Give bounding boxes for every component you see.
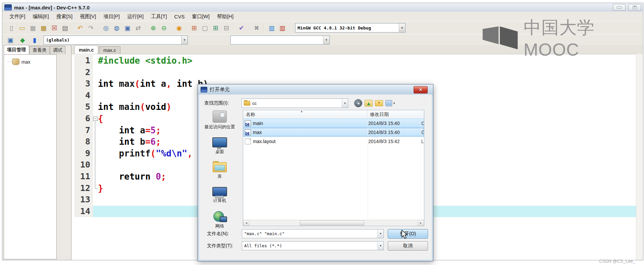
replace-icon[interactable]: ◍ [111, 23, 122, 33]
filename-value: "max.c" "main.c" [242, 231, 377, 236]
print-icon[interactable]: ▤ [60, 23, 70, 33]
code-text: #include <stdio.h> [98, 55, 193, 67]
column-header-name[interactable]: 名称 ▲ [243, 110, 367, 119]
delete-profiling-icon[interactable]: ▥ [277, 23, 288, 33]
jump-back-icon[interactable]: ▣ [5, 35, 16, 45]
minimize-button[interactable] [613, 4, 626, 11]
filename-label: 文件名(N): [207, 231, 229, 237]
file-date: 2014/8/3 15:40 [368, 130, 421, 135]
menu-tools[interactable]: 工具[T] [147, 12, 171, 21]
place-recent-places[interactable]: 最近访问的位置 [205, 111, 235, 130]
views-button[interactable]: ▼ [385, 100, 395, 106]
goto-line-icon[interactable]: ▣ [122, 23, 133, 33]
new-folder-icon[interactable]: * [375, 100, 383, 106]
redo-icon[interactable]: ↷ [86, 23, 96, 33]
profile-analysis-icon[interactable]: ▥ [266, 23, 277, 33]
menu-search[interactable]: 搜索[S] [53, 12, 76, 21]
chevron-down-icon[interactable]: ▼ [377, 242, 383, 250]
menu-window[interactable]: 窗口[W] [188, 12, 213, 21]
back-nav-icon[interactable]: ◄ [354, 99, 362, 107]
place-label: 桌面 [215, 149, 224, 155]
menu-file[interactable]: 文件[F] [6, 12, 29, 21]
goto-definition-icon[interactable]: ◆ [17, 35, 28, 45]
panel-tab-project[interactable]: 项目管理 [4, 45, 29, 54]
fold-gutter[interactable] [93, 113, 98, 125]
undo-icon[interactable]: ↶ [75, 23, 86, 33]
menu-project[interactable]: 项目[P] [100, 12, 123, 21]
tree-branch-line [7, 62, 11, 62]
editor-tab-main-c[interactable]: main.c [74, 45, 98, 54]
place-libraries[interactable]: 库 [213, 162, 227, 180]
scroll-thumb[interactable] [300, 220, 364, 225]
chevron-down-icon[interactable]: ▼ [181, 36, 187, 44]
file-row-max[interactable]: max2014/8/3 15:40C [243, 128, 424, 137]
globals-select[interactable]: (globals) ▼ [44, 36, 188, 45]
open-file-dialog: 打开单元 ✕ 查找范围(I): cc ▼ ◄ ▲ * ▼ 最近访问的位置桌面库计… [198, 84, 433, 261]
line-number: 14 [74, 206, 93, 217]
code-text: } [98, 183, 103, 194]
menu-help[interactable]: 帮助[H] [213, 12, 237, 21]
members-select[interactable]: ▼ [230, 36, 330, 45]
look-in-select[interactable]: cc ▼ [241, 98, 348, 108]
scroll-left-icon[interactable]: ◄ [243, 220, 250, 226]
line-number: 9 [74, 148, 93, 159]
menu-cvs[interactable]: CVS [171, 13, 189, 20]
file-row-main[interactable]: main2014/8/3 15:40C [243, 119, 424, 128]
fold-gutter [93, 125, 98, 136]
dialog-close-button[interactable]: ✕ [414, 86, 428, 93]
open-file-icon[interactable]: ▭ [17, 23, 28, 33]
file-type-clipped: C [421, 130, 424, 135]
line-number: 6 [74, 113, 93, 125]
swap-header-source-icon[interactable]: ⇄ [133, 23, 144, 33]
menu-run[interactable]: 运行[R] [123, 12, 147, 21]
chevron-down-icon[interactable]: ▼ [377, 229, 383, 238]
file-row-max.layout[interactable]: max.layout2014/8/3 15:42L [243, 137, 424, 146]
filename-input[interactable]: "max.c" "main.c" ▼ [242, 229, 384, 238]
cancel-button[interactable]: 取消 [388, 241, 428, 251]
cascade-windows-icon[interactable]: ⊟ [221, 23, 232, 33]
menu-view[interactable]: 视图[V] [76, 12, 100, 21]
float-window-icon[interactable]: ▢ [200, 23, 210, 33]
panel-tab-debug[interactable]: 调试 [50, 46, 65, 54]
chevron-down-icon[interactable]: ▼ [323, 36, 329, 44]
project-window-icon[interactable]: ⊞ [189, 23, 200, 33]
run-icon[interactable]: ⊖ [159, 23, 169, 33]
compile-run-icon[interactable]: ◉ [174, 23, 184, 33]
editor-scrollbar[interactable] [636, 54, 643, 260]
scroll-right-icon[interactable]: ► [418, 220, 424, 226]
menu-edit[interactable]: 编辑[E] [29, 12, 53, 21]
fold-gutter [93, 148, 98, 159]
app-icon [4, 4, 12, 10]
dialog-titlebar: 打开单元 ✕ [198, 84, 433, 95]
abort-icon[interactable]: ✖ [251, 23, 262, 33]
new-file-icon[interactable]: ▯ [6, 23, 17, 33]
find-icon[interactable]: ◎ [101, 23, 111, 33]
maximize-button[interactable] [628, 4, 641, 11]
recent-places-icon [213, 111, 227, 123]
look-in-label: 查找范围(I): [204, 100, 229, 106]
dialog-icon [201, 87, 207, 92]
place-computer[interactable]: 计算机 [212, 187, 227, 204]
place-desktop[interactable]: 桌面 [212, 137, 227, 155]
column-header-date[interactable]: 修改日期 [367, 110, 424, 119]
place-network[interactable]: 网络 [215, 211, 224, 229]
filetype-select[interactable]: All files (*.*) ▼ [242, 241, 384, 250]
file-list-hscrollbar[interactable]: ◄ ► [243, 220, 424, 226]
compiler-select[interactable]: MinGW GCC 4.8.1 32-bit Debug ▼ [295, 23, 406, 32]
editor-tab-max-c[interactable]: max.c [99, 46, 120, 54]
fold-gutter [93, 67, 98, 78]
tree-item-max[interactable]: max [7, 59, 56, 65]
close-file-icon[interactable]: ☒ [49, 23, 60, 33]
tile-windows-icon[interactable]: ⊞ [210, 23, 221, 33]
toggle-bookmark-icon[interactable]: ▮ [29, 35, 40, 45]
save-all-icon[interactable]: ▩ [38, 23, 49, 33]
syntax-check-icon[interactable]: ✔ [236, 23, 247, 33]
panel-tab-classes[interactable]: 查看类 [30, 46, 50, 54]
chevron-down-icon[interactable]: ▼ [399, 23, 405, 32]
desktop-icon [212, 137, 227, 147]
save-file-icon[interactable]: ▦ [28, 23, 38, 33]
up-folder-icon[interactable]: ▲ [365, 100, 373, 107]
chevron-down-icon[interactable]: ▼ [342, 99, 348, 108]
maximize-icon [633, 6, 637, 9]
compile-icon[interactable]: ⊕ [148, 23, 159, 33]
